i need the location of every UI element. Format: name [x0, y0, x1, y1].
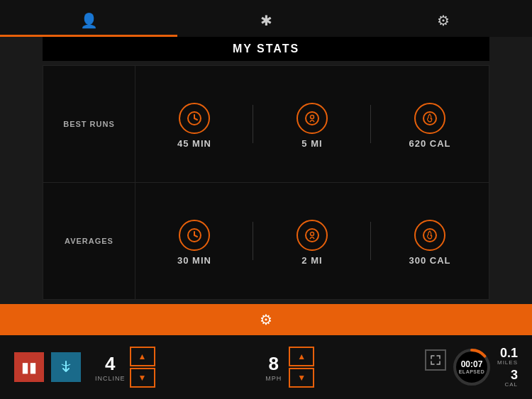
timer-value: 00:07 [459, 360, 485, 369]
bottom-controls: ▮▮ 4 INCLINE ▲ ▼ [0, 335, 532, 399]
clock-icon-best [179, 103, 210, 134]
averages-row: 30 MIN 2 MI [135, 183, 489, 299]
svg-line-2 [194, 118, 197, 120]
avg-distance-value: 2 MI [301, 255, 322, 266]
timer-display: 00:07 ELAPSED [459, 360, 485, 375]
settings-bar[interactable]: ⚙ [0, 304, 532, 335]
fire-icon-best [414, 103, 445, 134]
timer-circle: 00:07 ELAPSED [452, 347, 492, 387]
incline-value: 4 [105, 353, 115, 375]
stats-data-area: 45 MIN 5 MI [135, 66, 489, 299]
best-time-cell: 45 MIN [135, 93, 253, 156]
miles-label: MILES [497, 359, 518, 366]
miles-metric: 0.1 MILES [497, 347, 518, 366]
stats-title: MY STATS [43, 37, 489, 61]
svg-point-10 [311, 232, 314, 235]
averages-label: AVERAGES [43, 183, 135, 299]
user-icon: 👤 [80, 12, 98, 29]
incline-display: 4 INCLINE [95, 353, 126, 382]
svg-line-8 [194, 235, 197, 237]
speed-value: 8 [269, 353, 279, 375]
best-time-value: 45 MIN [177, 138, 211, 149]
cal-label: CAL [504, 381, 518, 388]
top-navigation: 👤 ✱ ⚙ [0, 0, 532, 37]
incline-group: 4 INCLINE ▲ ▼ [95, 347, 155, 388]
avg-distance-cell: 2 MI [253, 210, 371, 273]
nav-tab-settings[interactable]: ⚙ [355, 0, 532, 37]
clock-icon-avg [179, 220, 210, 251]
avg-cal-cell: 300 CAL [371, 210, 489, 273]
cal-value: 3 [511, 369, 518, 381]
cooldown-icon [58, 359, 74, 376]
timer-block: 00:07 ELAPSED 0.1 MILES 3 CAL [425, 347, 518, 388]
fullscreen-button[interactable] [425, 349, 446, 371]
settings-icon: ⚙ [437, 12, 450, 29]
pause-button[interactable]: ▮▮ [14, 352, 44, 382]
pause-icon: ▮▮ [21, 359, 37, 376]
cal-metric: 3 CAL [504, 369, 518, 388]
avg-cal-value: 300 CAL [409, 255, 450, 266]
map-icon-best [297, 103, 328, 134]
settings-bar-icon: ⚙ [260, 311, 272, 328]
avg-time-value: 30 MIN [177, 255, 211, 266]
right-metrics: 0.1 MILES 3 CAL [497, 347, 518, 388]
speed-down-button[interactable]: ▼ [289, 368, 314, 388]
speed-up-button[interactable]: ▲ [289, 347, 314, 366]
timer-label: ELAPSED [459, 369, 485, 375]
bluetooth-icon: ✱ [260, 12, 272, 29]
speed-label: MPH [265, 375, 282, 382]
stats-table: BEST RUNS AVERAGES 45 M [43, 65, 489, 300]
best-runs-label: BEST RUNS [43, 66, 135, 183]
svg-point-4 [311, 115, 314, 118]
cooldown-button[interactable] [51, 352, 81, 382]
incline-up-button[interactable]: ▲ [130, 347, 155, 366]
best-distance-cell: 5 MI [253, 93, 371, 156]
nav-tab-bluetooth[interactable]: ✱ [177, 0, 355, 37]
stats-label-column: BEST RUNS AVERAGES [43, 66, 135, 299]
best-distance-value: 5 MI [301, 138, 322, 149]
avg-time-cell: 30 MIN [135, 210, 253, 273]
fire-icon-avg [414, 220, 445, 251]
best-cal-cell: 620 CAL [371, 93, 489, 156]
miles-value: 0.1 [500, 347, 518, 359]
incline-arrows: ▲ ▼ [130, 347, 155, 388]
speed-arrows: ▲ ▼ [289, 347, 314, 388]
map-icon-avg [297, 220, 328, 251]
speed-display: 8 MPH [265, 353, 282, 382]
best-runs-row: 45 MIN 5 MI [135, 66, 489, 183]
speed-group: 8 MPH ▲ ▼ [162, 347, 418, 388]
incline-down-button[interactable]: ▼ [130, 368, 155, 388]
best-cal-value: 620 CAL [409, 138, 450, 149]
incline-label: INCLINE [95, 375, 126, 382]
nav-tab-user[interactable]: 👤 [0, 0, 177, 37]
